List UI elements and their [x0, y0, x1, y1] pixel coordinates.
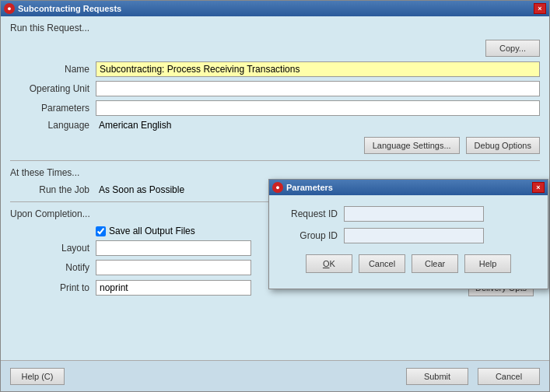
at-times-header: At these Times...: [10, 167, 540, 178]
language-settings-button[interactable]: Language Settings...: [364, 137, 460, 154]
layout-input[interactable]: [96, 240, 251, 256]
notify-label: Notify: [10, 262, 96, 273]
run-request-header: Run this Request...: [10, 23, 540, 33]
notify-input[interactable]: [96, 260, 251, 275]
copy-btn-row: Copy...: [10, 40, 540, 57]
language-row: Language American English: [10, 120, 540, 131]
params-ok-button[interactable]: OK: [306, 254, 352, 273]
submit-button[interactable]: Submit: [406, 368, 468, 385]
language-debug-row: Language Settings... Debug Options: [10, 137, 540, 154]
language-value: American English: [96, 120, 171, 131]
params-dialog: ● Parameters × Request ID Group ID OK Ca…: [268, 179, 548, 289]
help-button[interactable]: Help (C): [10, 368, 65, 385]
group-id-input[interactable]: [344, 228, 484, 243]
request-id-label: Request ID: [282, 208, 344, 219]
parameters-label: Parameters: [10, 103, 96, 114]
main-title-bar: ● Subcontracting Requests ×: [1, 1, 549, 16]
params-clear-button[interactable]: Clear: [412, 254, 458, 273]
operating-unit-input[interactable]: [96, 81, 540, 96]
language-label: Language: [10, 120, 96, 131]
params-dialog-title: Parameters: [286, 183, 333, 192]
divider1: [10, 160, 540, 161]
params-app-icon: ●: [272, 182, 283, 193]
params-body: Request ID Group ID OK Cancel Clear Help: [269, 195, 548, 289]
run-job-value: As Soon as Possible: [96, 184, 184, 195]
name-input[interactable]: [96, 61, 540, 77]
main-close-button[interactable]: ×: [534, 3, 546, 14]
params-close-button[interactable]: ×: [532, 182, 545, 193]
save-output-label: Save all Output Files: [109, 226, 195, 236]
name-row: Name: [10, 61, 540, 77]
copy-button[interactable]: Copy...: [485, 40, 540, 57]
run-job-label: Run the Job: [10, 184, 96, 195]
group-id-label: Group ID: [282, 230, 344, 241]
params-cancel-button[interactable]: Cancel: [359, 254, 405, 273]
operating-unit-label: Operating Unit: [10, 83, 96, 94]
params-title-bar: ● Parameters ×: [269, 180, 548, 195]
debug-options-button[interactable]: Debug Options: [466, 137, 540, 154]
main-window-title: Subcontracting Requests: [18, 4, 121, 13]
layout-label: Layout: [10, 243, 96, 254]
request-id-input[interactable]: [344, 206, 484, 222]
save-output-checkbox[interactable]: [96, 226, 106, 236]
print-to-input[interactable]: [96, 280, 251, 296]
parameters-input[interactable]: [96, 100, 540, 116]
bottom-bar: Help (C) Submit Cancel: [1, 360, 549, 391]
operating-unit-row: Operating Unit: [10, 81, 540, 96]
name-label: Name: [10, 64, 96, 75]
print-to-label: Print to: [10, 282, 96, 293]
app-icon: ●: [4, 3, 15, 14]
cancel-button[interactable]: Cancel: [478, 368, 540, 385]
parameters-row: Parameters: [10, 100, 540, 116]
request-id-row: Request ID: [282, 206, 535, 222]
group-id-row: Group ID: [282, 228, 535, 243]
params-btn-row: OK Cancel Clear Help: [282, 254, 535, 281]
params-help-button[interactable]: Help: [464, 254, 511, 273]
